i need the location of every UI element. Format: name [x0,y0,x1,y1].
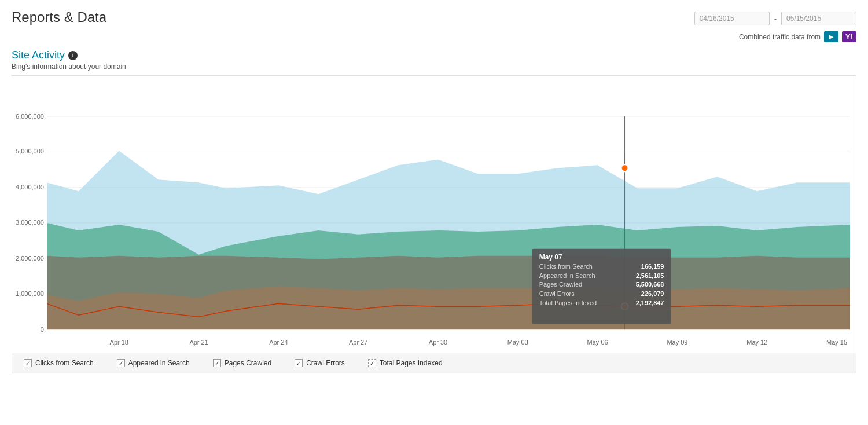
svg-text:2,192,847: 2,192,847 [636,299,664,306]
svg-text:3,000,000: 3,000,000 [16,219,44,226]
legend-item-indexed[interactable]: Total Pages Indexed [368,359,443,367]
page-title: Reports & Data [12,9,106,25]
legend-label-indexed: Total Pages Indexed [380,359,443,367]
svg-text:166,159: 166,159 [641,263,664,270]
section-subtitle: Bing's information about your domain [12,63,856,71]
legend-checkbox-errors[interactable] [295,359,303,367]
svg-text:Crawl Errors: Crawl Errors [539,290,575,297]
svg-text:Apr 18: Apr 18 [110,339,128,346]
svg-point-30 [621,164,628,171]
svg-text:4,000,000: 4,000,000 [16,184,44,190]
legend-item-appeared[interactable]: Appeared in Search [117,359,190,367]
svg-text:0: 0 [41,326,44,333]
svg-text:Appeared in Search: Appeared in Search [539,272,595,279]
svg-text:2,561,105: 2,561,105 [636,272,664,279]
section-title: Site Activity i [12,49,856,61]
svg-text:May 03: May 03 [507,339,528,346]
svg-text:5,000,000: 5,000,000 [16,148,44,155]
section-title-text: Site Activity [12,49,65,61]
svg-text:Pages Crawled: Pages Crawled [539,281,582,288]
svg-text:May 07: May 07 [539,253,562,261]
legend-checkbox-indexed[interactable] [368,359,376,367]
legend-bar: Clicks from Search Appeared in Search Pa… [12,353,856,373]
svg-text:6,000,000: 6,000,000 [16,113,44,120]
svg-text:2,000,000: 2,000,000 [16,255,44,262]
page-container: Reports & Data - Combined traffic data f… [0,0,868,383]
legend-item-errors[interactable]: Crawl Errors [295,359,345,367]
svg-text:Apr 21: Apr 21 [189,339,208,346]
section-header: Site Activity i Bing's information about… [12,49,856,71]
svg-text:226,079: 226,079 [641,290,664,297]
chart-area: 0 1,000,000 2,000,000 3,000,000 4,000,00… [12,75,856,353]
svg-text:May 12: May 12 [746,339,767,346]
legend-item-clicks[interactable]: Clicks from Search [24,359,94,367]
svg-text:Clicks from Search: Clicks from Search [539,263,593,270]
legend-label-clicks: Clicks from Search [35,359,94,367]
info-icon[interactable]: i [68,51,78,60]
svg-text:5,500,668: 5,500,668 [636,281,664,288]
svg-text:May 09: May 09 [667,339,687,346]
svg-text:May 06: May 06 [587,339,608,346]
top-right-area: - Combined traffic data from ► Y! [694,9,856,42]
svg-text:Apr 27: Apr 27 [349,339,367,346]
legend-checkbox-appeared[interactable] [117,359,125,367]
svg-text:1,000,000: 1,000,000 [16,290,44,297]
legend-label-errors: Crawl Errors [306,359,345,367]
chart-svg: 0 1,000,000 2,000,000 3,000,000 4,000,00… [12,76,856,353]
svg-text:Apr 30: Apr 30 [429,339,447,346]
svg-text:Total Pages Indexed: Total Pages Indexed [539,299,597,306]
bing-logo: ► [824,31,838,42]
svg-text:May 15: May 15 [826,339,847,346]
legend-checkbox-crawled[interactable] [213,359,221,367]
legend-checkbox-clicks[interactable] [24,359,32,367]
yahoo-logo: Y! [842,31,856,42]
date-to-input[interactable] [781,12,856,25]
svg-text:Apr 24: Apr 24 [269,339,288,346]
traffic-label: Combined traffic data from [739,33,821,41]
date-from-input[interactable] [694,12,770,25]
legend-label-crawled: Pages Crawled [225,359,271,367]
date-separator: - [774,14,777,23]
date-range-container: - [694,12,856,25]
legend-label-appeared: Appeared in Search [128,359,190,367]
legend-item-crawled[interactable]: Pages Crawled [213,359,271,367]
page-header: Reports & Data - Combined traffic data f… [12,9,856,42]
traffic-info: Combined traffic data from ► Y! [739,31,856,42]
